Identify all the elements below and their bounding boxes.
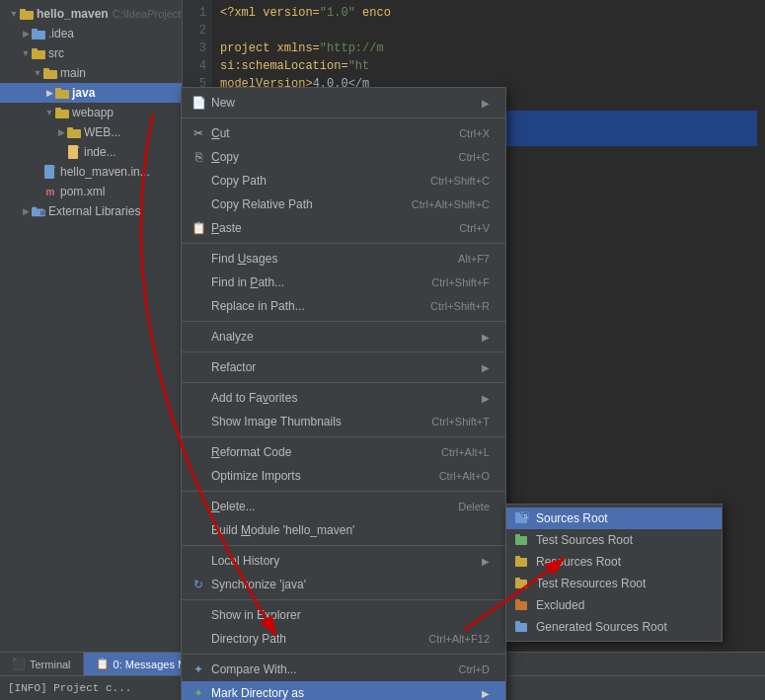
menu-item-find-usages[interactable]: Find Usages Alt+F7	[182, 247, 505, 271]
menu-label-show-explorer: Show in Explorer	[211, 608, 490, 622]
menu-item-copy[interactable]: ⎘ Copy Ctrl+C	[182, 145, 505, 169]
menu-label-copy-relative: Copy Relative Path	[211, 197, 392, 211]
shortcut-compare: Ctrl+D	[459, 663, 490, 675]
menu-item-add-favorites[interactable]: Add to Favorites ▶	[182, 386, 505, 410]
svg-rect-13	[67, 127, 73, 130]
menu-label-paste: Paste	[211, 221, 439, 235]
tree-item-hello-maven-in[interactable]: hello_maven.in...	[0, 162, 182, 182]
tree-path-hello-maven: C:\IdeaProject\hello_maven	[113, 8, 183, 20]
menu-item-replace-in-path[interactable]: Replace in Path... Ctrl+Shift+R	[182, 294, 505, 318]
shortcut-optimize: Ctrl+Alt+O	[439, 470, 490, 482]
menu-item-copy-path[interactable]: Copy Path Ctrl+Shift+C	[182, 169, 505, 193]
submenu-item-resources-root[interactable]: Resources Root	[506, 551, 722, 573]
submenu-arrow-analyze: ▶	[482, 332, 490, 343]
menu-label-copy-path: Copy Path	[211, 174, 411, 188]
menu-label-compare: Compare With...	[211, 662, 439, 676]
menu-item-build-module[interactable]: Build Module 'hello_maven'	[182, 518, 505, 542]
tree-label-ext-libs: External Libraries	[48, 204, 140, 218]
menu-item-synchronize[interactable]: ↻ Synchronize 'java'	[182, 573, 505, 596]
project-icon	[20, 8, 34, 20]
svg-rect-14	[68, 145, 78, 159]
svg-rect-30	[515, 580, 527, 588]
submenu-item-test-sources-root[interactable]: Test Sources Root	[506, 529, 722, 551]
thumbnails-icon	[190, 414, 207, 429]
tree-item-java[interactable]: ▶ java	[0, 83, 182, 103]
separator-7	[182, 491, 505, 492]
tree-item-main[interactable]: ▼ main	[0, 63, 182, 83]
menu-item-copy-relative[interactable]: Copy Relative Path Ctrl+Alt+Shift+C	[182, 193, 505, 216]
menu-item-delete[interactable]: Delete... Delete	[182, 495, 505, 518]
svg-rect-6	[43, 70, 57, 79]
context-menu: 📄 New ▶ ✂ Cut Ctrl+X ⎘ Copy Ctrl+C Copy …	[181, 87, 506, 700]
submenu-arrow-new: ▶	[482, 98, 490, 109]
submenu-item-generated-sources[interactable]: Generated Sources Root	[506, 616, 722, 638]
shortcut-find-usages: Alt+F7	[458, 253, 490, 265]
tree-item-hello-maven[interactable]: ▼ hello_maven C:\IdeaProject\hello_maven	[0, 4, 182, 24]
svg-rect-16	[44, 165, 54, 179]
menu-label-reformat: Reformat Code	[211, 445, 421, 459]
expand-arrow-webapp: ▼	[43, 107, 55, 118]
svg-rect-11	[55, 108, 61, 111]
terminal-icon: ⬛	[12, 658, 26, 670]
expand-arrow-idea: ▶	[20, 28, 32, 39]
messages-icon: 📋	[96, 658, 110, 670]
tree-label-webinf: WEB...	[84, 125, 120, 139]
expand-arrow-main: ▼	[32, 67, 43, 79]
tree-item-webinf[interactable]: ▶ WEB...	[0, 122, 182, 142]
shortcut-find-in-path: Ctrl+Shift+F	[431, 276, 490, 288]
reformat-icon	[190, 444, 207, 460]
svg-marker-17	[54, 165, 56, 168]
menu-label-thumbnails: Show Image Thumbnails	[211, 415, 412, 428]
shortcut-paste: Ctrl+V	[459, 222, 490, 234]
delete-icon	[190, 499, 207, 514]
tree-item-pom-xml[interactable]: m pom.xml	[0, 182, 182, 201]
menu-item-show-explorer[interactable]: Show in Explorer	[182, 603, 505, 627]
menu-item-find-in-path[interactable]: Find in Path... Ctrl+Shift+F	[182, 271, 505, 294]
shortcut-reformat: Ctrl+Alt+L	[441, 446, 490, 458]
menu-item-directory-path[interactable]: Directory Path Ctrl+Alt+F12	[182, 627, 505, 651]
shortcut-delete: Delete	[458, 501, 490, 512]
find-path-icon	[190, 274, 207, 290]
menu-item-local-history[interactable]: Local History ▶	[182, 549, 505, 573]
svg-rect-12	[67, 129, 81, 138]
menu-item-refactor[interactable]: Refactor ▶	[182, 355, 505, 379]
svg-rect-2	[32, 31, 45, 39]
cut-icon: ✂	[190, 125, 207, 141]
submenu-item-excluded[interactable]: Excluded	[506, 594, 722, 616]
tree-label-idea: .idea	[48, 27, 74, 40]
submenu-arrow-history: ▶	[482, 556, 490, 567]
menu-item-show-thumbnails[interactable]: Show Image Thumbnails Ctrl+Shift+T	[182, 410, 505, 433]
menu-item-reformat[interactable]: Reformat Code Ctrl+Alt+L	[182, 440, 505, 464]
tree-label-src: src	[48, 46, 64, 60]
tree-item-src[interactable]: ▼ src	[0, 43, 182, 63]
shortcut-copy-relative: Ctrl+Alt+Shift+C	[412, 198, 490, 210]
copy-relative-icon	[190, 196, 207, 212]
submenu-item-sources-root[interactable]: S Sources Root	[506, 507, 722, 529]
menu-label-directory-path: Directory Path	[211, 632, 409, 646]
submenu-item-test-resources-root[interactable]: Test Resources Root	[506, 573, 722, 594]
submenu-arrow-mark: ▶	[482, 688, 490, 699]
tree-item-index[interactable]: inde...	[0, 142, 182, 162]
menu-item-paste[interactable]: 📋 Paste Ctrl+V	[182, 216, 505, 240]
folder-icon-webapp	[55, 107, 69, 118]
svg-text:S: S	[524, 513, 528, 519]
svg-rect-29	[515, 556, 520, 559]
menu-item-new[interactable]: 📄 New ▶	[182, 91, 505, 115]
menu-item-mark-directory[interactable]: ✦ Mark Directory as ▶	[182, 681, 505, 700]
tree-item-ext-libs[interactable]: ▶ ||| External Libraries	[0, 201, 182, 221]
menu-item-analyze[interactable]: Analyze ▶	[182, 325, 505, 349]
compare-icon: ✦	[190, 661, 207, 677]
tab-terminal[interactable]: ⬛ Terminal	[0, 653, 84, 675]
tree-label-index: inde...	[84, 145, 116, 159]
tree-item-idea[interactable]: ▶ .idea	[0, 24, 182, 43]
code-line-3: project xmlns="http://m	[220, 39, 757, 57]
file-icon-pom: m	[43, 185, 57, 198]
tree-item-webapp[interactable]: ▼ webapp	[0, 103, 182, 122]
mark-directory-submenu: S Sources Root Test Sources Root Resourc…	[505, 504, 723, 642]
test-resources-icon	[514, 577, 530, 590]
menu-item-cut[interactable]: ✂ Cut Ctrl+X	[182, 121, 505, 145]
svg-rect-26	[515, 536, 527, 545]
menu-item-optimize-imports[interactable]: Optimize Imports Ctrl+Alt+O	[182, 464, 505, 488]
menu-item-compare-with[interactable]: ✦ Compare With... Ctrl+D	[182, 658, 505, 681]
code-line-4: si:schemaLocation="ht	[220, 57, 757, 75]
